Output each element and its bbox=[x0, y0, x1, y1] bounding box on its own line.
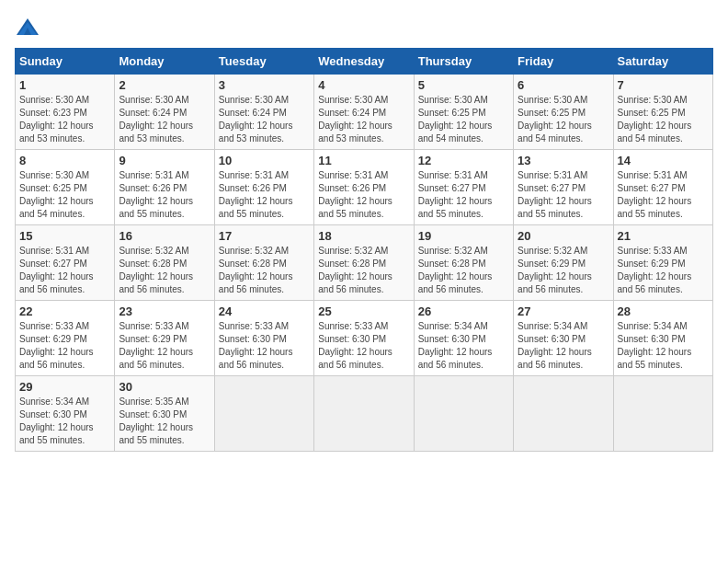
day-number: 11 bbox=[318, 154, 409, 167]
day-info: Sunrise: 5:33 AM Sunset: 6:29 PM Dayligh… bbox=[119, 320, 210, 372]
day-info: Sunrise: 5:31 AM Sunset: 6:27 PM Dayligh… bbox=[518, 169, 609, 221]
day-number: 5 bbox=[418, 78, 509, 92]
calendar-cell: 11Sunrise: 5:31 AM Sunset: 6:26 PM Dayli… bbox=[314, 150, 414, 225]
day-info: Sunrise: 5:30 AM Sunset: 6:24 PM Dayligh… bbox=[119, 94, 210, 145]
calendar-cell bbox=[314, 376, 414, 452]
calendar-table: SundayMondayTuesdayWednesdayThursdayFrid… bbox=[15, 48, 713, 452]
day-info: Sunrise: 5:34 AM Sunset: 6:30 PM Dayligh… bbox=[518, 320, 609, 372]
day-number: 30 bbox=[119, 380, 210, 394]
calendar-cell bbox=[613, 376, 712, 452]
calendar-cell: 10Sunrise: 5:31 AM Sunset: 6:26 PM Dayli… bbox=[214, 150, 313, 225]
calendar-cell: 9Sunrise: 5:31 AM Sunset: 6:26 PM Daylig… bbox=[115, 150, 214, 225]
calendar-cell: 21Sunrise: 5:33 AM Sunset: 6:29 PM Dayli… bbox=[613, 225, 712, 301]
day-info: Sunrise: 5:33 AM Sunset: 6:30 PM Dayligh… bbox=[219, 320, 310, 372]
day-number: 22 bbox=[19, 304, 110, 318]
calendar-cell: 27Sunrise: 5:34 AM Sunset: 6:30 PM Dayli… bbox=[514, 301, 613, 376]
day-info: Sunrise: 5:34 AM Sunset: 6:30 PM Dayligh… bbox=[618, 320, 709, 372]
day-number: 21 bbox=[618, 229, 709, 243]
calendar-cell: 26Sunrise: 5:34 AM Sunset: 6:30 PM Dayli… bbox=[414, 301, 513, 376]
calendar-cell: 16Sunrise: 5:32 AM Sunset: 6:28 PM Dayli… bbox=[115, 225, 214, 301]
day-info: Sunrise: 5:30 AM Sunset: 6:25 PM Dayligh… bbox=[418, 94, 509, 145]
calendar-cell: 17Sunrise: 5:32 AM Sunset: 6:28 PM Dayli… bbox=[214, 225, 313, 301]
weekday-header: Saturday bbox=[613, 49, 712, 75]
calendar-cell: 5Sunrise: 5:30 AM Sunset: 6:25 PM Daylig… bbox=[414, 75, 513, 150]
calendar-cell bbox=[214, 376, 313, 452]
calendar-cell: 14Sunrise: 5:31 AM Sunset: 6:27 PM Dayli… bbox=[613, 150, 712, 225]
calendar-cell: 25Sunrise: 5:33 AM Sunset: 6:30 PM Dayli… bbox=[314, 301, 414, 376]
day-number: 14 bbox=[618, 154, 709, 167]
day-info: Sunrise: 5:34 AM Sunset: 6:30 PM Dayligh… bbox=[19, 396, 110, 447]
day-number: 18 bbox=[318, 229, 409, 243]
day-info: Sunrise: 5:31 AM Sunset: 6:26 PM Dayligh… bbox=[119, 169, 210, 221]
day-number: 28 bbox=[618, 304, 709, 318]
weekday-header: Thursday bbox=[414, 49, 513, 75]
weekday-header-row: SundayMondayTuesdayWednesdayThursdayFrid… bbox=[16, 49, 713, 75]
calendar-row: 1Sunrise: 5:30 AM Sunset: 6:23 PM Daylig… bbox=[16, 75, 713, 150]
calendar-cell: 22Sunrise: 5:33 AM Sunset: 6:29 PM Dayli… bbox=[16, 301, 115, 376]
day-number: 29 bbox=[19, 380, 110, 394]
day-number: 13 bbox=[518, 154, 609, 167]
day-info: Sunrise: 5:33 AM Sunset: 6:29 PM Dayligh… bbox=[618, 245, 709, 296]
calendar-cell: 13Sunrise: 5:31 AM Sunset: 6:27 PM Dayli… bbox=[514, 150, 613, 225]
weekday-header: Friday bbox=[514, 49, 613, 75]
day-info: Sunrise: 5:32 AM Sunset: 6:28 PM Dayligh… bbox=[318, 245, 409, 296]
calendar-cell: 12Sunrise: 5:31 AM Sunset: 6:27 PM Dayli… bbox=[414, 150, 513, 225]
day-info: Sunrise: 5:33 AM Sunset: 6:29 PM Dayligh… bbox=[19, 320, 110, 372]
day-info: Sunrise: 5:32 AM Sunset: 6:28 PM Dayligh… bbox=[418, 245, 509, 296]
calendar-cell: 6Sunrise: 5:30 AM Sunset: 6:25 PM Daylig… bbox=[514, 75, 613, 150]
calendar-cell: 15Sunrise: 5:31 AM Sunset: 6:27 PM Dayli… bbox=[16, 225, 115, 301]
calendar-cell: 7Sunrise: 5:30 AM Sunset: 6:25 PM Daylig… bbox=[613, 75, 712, 150]
day-info: Sunrise: 5:30 AM Sunset: 6:23 PM Dayligh… bbox=[19, 94, 110, 145]
calendar-cell: 23Sunrise: 5:33 AM Sunset: 6:29 PM Dayli… bbox=[115, 301, 214, 376]
calendar-cell: 19Sunrise: 5:32 AM Sunset: 6:28 PM Dayli… bbox=[414, 225, 513, 301]
day-number: 23 bbox=[119, 304, 210, 318]
day-info: Sunrise: 5:31 AM Sunset: 6:26 PM Dayligh… bbox=[318, 169, 409, 221]
calendar-cell bbox=[414, 376, 513, 452]
calendar-cell: 28Sunrise: 5:34 AM Sunset: 6:30 PM Dayli… bbox=[613, 301, 712, 376]
day-number: 9 bbox=[119, 154, 210, 167]
weekday-header: Tuesday bbox=[214, 49, 313, 75]
weekday-header: Wednesday bbox=[314, 49, 414, 75]
day-info: Sunrise: 5:30 AM Sunset: 6:25 PM Dayligh… bbox=[19, 169, 110, 221]
day-number: 4 bbox=[318, 78, 409, 92]
day-number: 24 bbox=[219, 304, 310, 318]
day-number: 6 bbox=[518, 78, 609, 92]
day-info: Sunrise: 5:30 AM Sunset: 6:25 PM Dayligh… bbox=[618, 94, 709, 145]
day-info: Sunrise: 5:33 AM Sunset: 6:30 PM Dayligh… bbox=[318, 320, 409, 372]
calendar-cell: 18Sunrise: 5:32 AM Sunset: 6:28 PM Dayli… bbox=[314, 225, 414, 301]
calendar-cell: 24Sunrise: 5:33 AM Sunset: 6:30 PM Dayli… bbox=[214, 301, 313, 376]
calendar-row: 8Sunrise: 5:30 AM Sunset: 6:25 PM Daylig… bbox=[16, 150, 713, 225]
day-info: Sunrise: 5:31 AM Sunset: 6:27 PM Dayligh… bbox=[618, 169, 709, 221]
calendar-row: 15Sunrise: 5:31 AM Sunset: 6:27 PM Dayli… bbox=[16, 225, 713, 301]
day-info: Sunrise: 5:32 AM Sunset: 6:28 PM Dayligh… bbox=[219, 245, 310, 296]
logo-icon bbox=[15, 15, 40, 40]
day-info: Sunrise: 5:30 AM Sunset: 6:24 PM Dayligh… bbox=[219, 94, 310, 145]
day-info: Sunrise: 5:31 AM Sunset: 6:27 PM Dayligh… bbox=[19, 245, 110, 296]
calendar-cell: 2Sunrise: 5:30 AM Sunset: 6:24 PM Daylig… bbox=[115, 75, 214, 150]
day-number: 27 bbox=[518, 304, 609, 318]
calendar-cell: 4Sunrise: 5:30 AM Sunset: 6:24 PM Daylig… bbox=[314, 75, 414, 150]
day-number: 16 bbox=[119, 229, 210, 243]
day-number: 25 bbox=[318, 304, 409, 318]
day-number: 20 bbox=[518, 229, 609, 243]
day-number: 7 bbox=[618, 78, 709, 92]
day-number: 26 bbox=[418, 304, 509, 318]
calendar-cell: 30Sunrise: 5:35 AM Sunset: 6:30 PM Dayli… bbox=[115, 376, 214, 452]
day-number: 1 bbox=[19, 78, 110, 92]
calendar-cell: 20Sunrise: 5:32 AM Sunset: 6:29 PM Dayli… bbox=[514, 225, 613, 301]
header bbox=[15, 15, 713, 40]
day-number: 3 bbox=[219, 78, 310, 92]
day-info: Sunrise: 5:34 AM Sunset: 6:30 PM Dayligh… bbox=[418, 320, 509, 372]
day-number: 8 bbox=[19, 154, 110, 167]
day-number: 10 bbox=[219, 154, 310, 167]
day-number: 2 bbox=[119, 78, 210, 92]
day-info: Sunrise: 5:30 AM Sunset: 6:24 PM Dayligh… bbox=[318, 94, 409, 145]
day-info: Sunrise: 5:32 AM Sunset: 6:29 PM Dayligh… bbox=[518, 245, 609, 296]
day-info: Sunrise: 5:32 AM Sunset: 6:28 PM Dayligh… bbox=[119, 245, 210, 296]
calendar-row: 22Sunrise: 5:33 AM Sunset: 6:29 PM Dayli… bbox=[16, 301, 713, 376]
weekday-header: Monday bbox=[115, 49, 214, 75]
day-info: Sunrise: 5:30 AM Sunset: 6:25 PM Dayligh… bbox=[518, 94, 609, 145]
calendar-cell: 3Sunrise: 5:30 AM Sunset: 6:24 PM Daylig… bbox=[214, 75, 313, 150]
day-info: Sunrise: 5:31 AM Sunset: 6:26 PM Dayligh… bbox=[219, 169, 310, 221]
day-number: 12 bbox=[418, 154, 509, 167]
